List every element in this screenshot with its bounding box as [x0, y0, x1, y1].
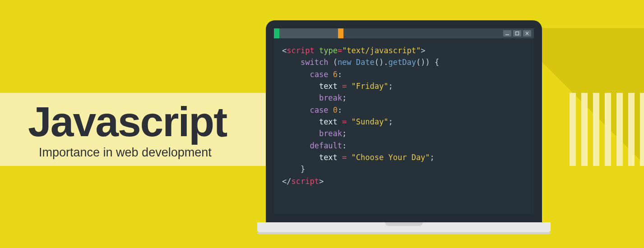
page-subtitle: Importance in web development	[39, 146, 227, 160]
code-block: <script type="text/javascript"> switch (…	[274, 38, 534, 187]
code-editor: <script type="text/javascript"> switch (…	[274, 28, 534, 214]
page-title: Javascript	[28, 101, 227, 143]
minimize-icon	[505, 31, 510, 36]
maximize-icon	[515, 31, 519, 36]
minimize-button[interactable]	[503, 30, 511, 37]
svg-rect-1	[516, 32, 519, 35]
window-controls	[503, 28, 534, 38]
maximize-button[interactable]	[513, 30, 521, 37]
tab-accent-orange	[338, 28, 343, 38]
editor-tabbar	[274, 28, 534, 38]
banner-stripes-right	[570, 93, 644, 166]
tab-active[interactable]	[279, 28, 338, 38]
tab-accent-green	[274, 28, 279, 38]
title-block: Javascript Importance in web development	[28, 101, 227, 160]
close-icon	[525, 31, 529, 36]
close-button[interactable]	[523, 30, 531, 37]
laptop-base	[257, 222, 551, 232]
laptop-notch	[385, 222, 423, 226]
laptop-screen-frame: <script type="text/javascript"> switch (…	[266, 20, 542, 222]
laptop: <script type="text/javascript"> switch (…	[257, 20, 551, 232]
